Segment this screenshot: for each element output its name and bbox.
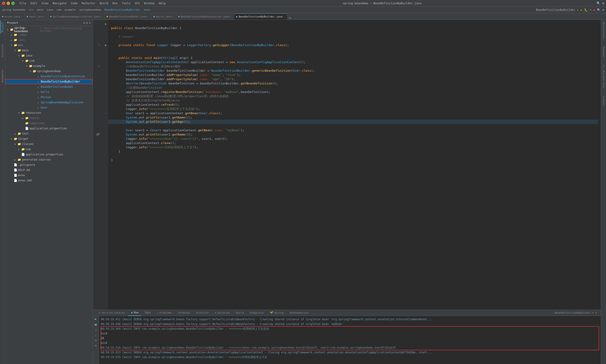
tab-dependencies[interactable]: Dependencies xyxy=(287,310,311,316)
tree-item-user[interactable]: ☕ User xyxy=(5,105,93,110)
tab-endpoints[interactable]: Endpoints xyxy=(247,310,267,316)
tab-builder[interactable]: BeanDefinitionByBuilder.java × xyxy=(234,13,287,20)
tree-item-idea[interactable]: ▶ 📁 .idea xyxy=(5,32,93,37)
tab-terminal[interactable]: Terminal xyxy=(175,310,193,316)
menu-run[interactable]: Run xyxy=(110,1,120,5)
tree-item-templates[interactable]: 📁 templates xyxy=(5,121,93,126)
debug-button[interactable]: 🐛 xyxy=(584,8,588,12)
coverage-button[interactable]: ☂ xyxy=(590,8,591,12)
breadcrumb-java[interactable]: java xyxy=(47,8,53,11)
menu-help[interactable]: Help xyxy=(157,1,167,5)
breadcrumb-springbeandemo[interactable]: springbeandemo xyxy=(79,8,101,11)
database-tab[interactable]: Database xyxy=(602,45,605,58)
tab-profiler[interactable]: Profiler xyxy=(193,310,212,316)
tab-springapp[interactable]: SpringBeandemoApplication.java × xyxy=(48,13,105,20)
tree-item-main[interactable]: ▼ 📁 main xyxy=(5,48,93,53)
breadcrumb-class[interactable]: BeanDefinitionByBuilder xyxy=(105,8,141,11)
tree-item-classes-appprops[interactable]: 📄 application.properties xyxy=(5,152,93,157)
filter-icon[interactable]: ≡ xyxy=(95,339,96,342)
tab-close-person[interactable]: × xyxy=(21,15,23,18)
run-stop-icon[interactable]: ■ xyxy=(95,323,96,326)
tree-item-target[interactable]: ▼ 📁 target xyxy=(5,136,93,142)
tab-run[interactable]: Run xyxy=(128,310,142,316)
sidebar-gear-icon[interactable]: ⚙ xyxy=(83,21,85,25)
sidebar-close-icon[interactable]: × xyxy=(89,21,91,25)
tab-close-springapp[interactable]: × xyxy=(101,15,103,18)
tree-item-springbeandemo[interactable]: ▼ 📁 springbeandemo xyxy=(5,69,93,74)
tree-item-root[interactable]: ▼ 📁 spring-beandemo C:\Users\qiezi\Deskt… xyxy=(5,27,93,32)
run-button[interactable]: ▶ xyxy=(581,8,582,12)
tree-item-annotation[interactable]: ☕ BeanDefinitionByAnnotation xyxy=(5,74,93,79)
tree-item-person[interactable]: ☕ Person xyxy=(5,95,93,100)
menu-code[interactable]: Code xyxy=(69,1,80,5)
close-button[interactable]: ✕ xyxy=(2,2,5,5)
stop-button[interactable]: ■ xyxy=(593,8,595,12)
menu-navigate[interactable]: Navigate xyxy=(51,1,68,5)
tab-xml[interactable]: BeanDefinitionByXml.java × xyxy=(105,13,151,20)
bigdata-tab[interactable]: D | Big Data Tools xyxy=(602,64,605,90)
expand-panel-icon[interactable]: ⬆ xyxy=(595,311,597,314)
run-play-icon[interactable]: ▶ xyxy=(95,317,96,321)
menu-view[interactable]: View xyxy=(40,1,50,5)
gutter-run-1[interactable]: ▶ xyxy=(105,22,107,26)
tab-todo[interactable]: TODO xyxy=(142,310,154,316)
tab-close-builder[interactable]: × xyxy=(284,15,285,18)
tree-item-springbootapp[interactable]: ☕ SpringBeandemoApplication xyxy=(5,100,93,105)
tree-item-gitignore[interactable]: 📄 .gitignore xyxy=(5,162,93,168)
tree-item-generated[interactable]: ▶ 📁 generated-sources xyxy=(5,157,93,162)
settings-icon[interactable]: ⚙ xyxy=(602,1,604,5)
fold-icon[interactable]: − xyxy=(105,111,107,116)
tab-services[interactable]: ⚙ Services xyxy=(212,310,233,316)
tree-item-appprops[interactable]: 📄 application.properties xyxy=(5,126,93,131)
maximize-button[interactable]: + xyxy=(11,2,15,5)
tree-item-mvn[interactable]: ▶ 📁 .mvn xyxy=(5,37,93,43)
run-tab-close[interactable]: × xyxy=(592,311,594,314)
sidebar-collapse-icon[interactable]: ≡ xyxy=(86,21,88,25)
breadcrumb-method[interactable]: main xyxy=(144,8,150,11)
code-content[interactable]: public class BeanDefinitionByBuilder { 3… xyxy=(108,20,601,310)
menu-tools[interactable]: Tools xyxy=(120,1,132,5)
tab-version-control[interactable]: ⎇ Version Control xyxy=(95,310,128,316)
menu-edit[interactable]: Edit xyxy=(29,1,39,5)
tree-item-byxml[interactable]: ☕ BeanDefinitionByXml xyxy=(5,84,93,89)
breadcrumb-src[interactable]: src xyxy=(29,8,34,11)
menu-refactor[interactable]: Refactor xyxy=(80,1,97,5)
run-config-dropdown[interactable]: BeanDefinitionByBuilder ▾ xyxy=(536,8,579,12)
breadcrumb-main[interactable]: main xyxy=(37,8,43,11)
search-icon[interactable]: 🔍 xyxy=(596,1,600,5)
menu-build[interactable]: Build xyxy=(98,1,110,5)
tab-annotation[interactable]: BeanDefinitionByAnnotation.java × xyxy=(176,13,234,20)
tab-close-annotation[interactable]: × xyxy=(230,15,232,18)
tab-hello[interactable]: hello.java × xyxy=(151,13,176,20)
tree-item-mvnw[interactable]: 📄 mvnw xyxy=(5,173,93,178)
breadcrumb-project[interactable]: spring-beandemo xyxy=(2,8,25,11)
tab-close-hello[interactable]: × xyxy=(173,15,174,18)
tree-item-hello[interactable]: ☕ hello xyxy=(5,89,93,95)
tree-item-mvnwcmd[interactable]: 📄 mvnw.cmd xyxy=(5,178,93,183)
tree-item-src[interactable]: ▼ 📁 src xyxy=(5,43,93,48)
tab-close-user[interactable]: × xyxy=(45,15,46,18)
settings-run-icon[interactable]: ⚙ xyxy=(95,344,96,347)
notifications-tab[interactable]: Notifications xyxy=(602,21,605,40)
tab-person[interactable]: erson.java × xyxy=(0,13,25,20)
search-everywhere[interactable]: 🔍 xyxy=(597,8,601,12)
tab-build[interactable]: Build xyxy=(233,310,247,316)
project-tab[interactable]: Project xyxy=(0,21,4,34)
code-editor[interactable]: 1 6 xyxy=(93,20,601,310)
scroll-to-end-icon[interactable]: ↓ xyxy=(95,334,96,337)
tab-spring[interactable]: 🌱 Spring xyxy=(267,310,287,316)
tree-item-resources[interactable]: ▼ 📁 resources xyxy=(5,110,93,116)
menu-vcs[interactable]: VCS xyxy=(133,1,142,5)
breadcrumb-com[interactable]: com xyxy=(57,8,61,11)
more-tabs-button[interactable]: ≫ xyxy=(288,16,292,20)
tab-user[interactable]: User.java × xyxy=(25,13,48,20)
tab-close-xml[interactable]: × xyxy=(148,15,149,18)
run-rerun-icon[interactable]: ↺ xyxy=(95,328,96,332)
settings-button[interactable]: ⚙ xyxy=(603,8,604,12)
breadcrumb-example[interactable]: example xyxy=(65,8,76,11)
tree-item-static[interactable]: ▶ 📁 static xyxy=(5,116,93,121)
maven-tab[interactable]: m Maven xyxy=(602,95,605,107)
gutter-run-2[interactable]: ▶ xyxy=(105,43,107,47)
bookmarks-tab[interactable]: Bookmarks xyxy=(1,68,4,84)
tree-item-com[interactable]: ▼ 📁 com xyxy=(5,58,93,63)
